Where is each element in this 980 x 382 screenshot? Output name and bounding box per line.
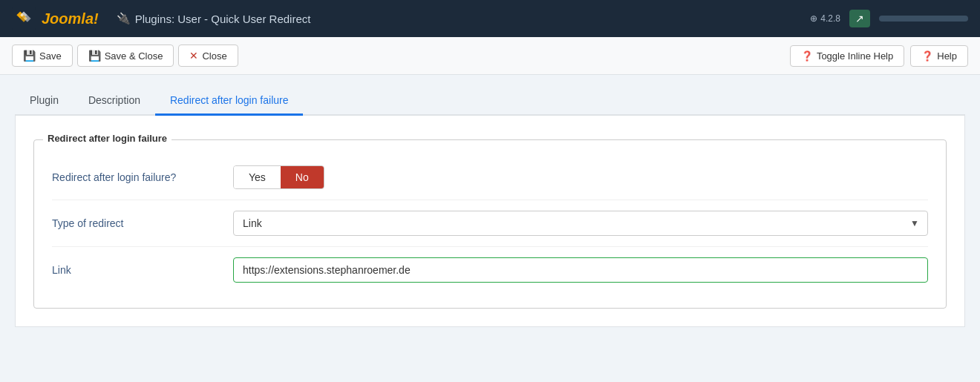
navbar-right: ⊕ 4.2.8 ↗	[810, 10, 968, 27]
navbar: Joomla! 🔌 Plugins: User - Quick User Red…	[0, 0, 980, 37]
toggle-inline-help-button[interactable]: ❓ Toggle Inline Help	[790, 45, 904, 67]
save-icon: 💾	[23, 50, 36, 62]
fieldset-redirect: Redirect after login failure Redirect af…	[33, 139, 947, 309]
brand: Joomla!	[12, 7, 99, 30]
form-row-redirect-toggle: Redirect after login failure? Yes No	[52, 155, 928, 200]
toggle-inline-help-label: Toggle Inline Help	[817, 50, 893, 62]
save-button[interactable]: 💾 Save	[12, 45, 73, 67]
close-button[interactable]: ✕ Close	[178, 45, 238, 67]
content-area: Plugin Description Redirect after login …	[0, 75, 980, 339]
save-close-button[interactable]: 💾 Save & Close	[77, 45, 174, 67]
link-input[interactable]	[233, 257, 928, 283]
save-close-label: Save & Close	[105, 50, 163, 62]
type-of-redirect-label: Type of redirect	[52, 217, 215, 229]
progress-bar	[879, 16, 968, 22]
redirect-toggle-label: Redirect after login failure?	[52, 171, 215, 183]
toggle-yes-button[interactable]: Yes	[234, 166, 281, 188]
tabs: Plugin Description Redirect after login …	[15, 87, 965, 116]
link-label: Link	[52, 264, 215, 276]
link-control	[233, 257, 928, 283]
fieldset-legend: Redirect after login failure	[43, 133, 172, 144]
type-of-redirect-select[interactable]: Link Menu Item Home	[233, 211, 928, 236]
brand-name: Joomla!	[42, 10, 99, 27]
help-label: Help	[937, 50, 957, 62]
redirect-toggle-control: Yes No	[233, 165, 928, 189]
type-of-redirect-control: Link Menu Item Home ▼	[233, 211, 928, 236]
tab-description[interactable]: Description	[74, 87, 155, 116]
joomla-logo-icon	[12, 7, 36, 30]
toolbar: 💾 Save 💾 Save & Close ✕ Close ❓ Toggle I…	[0, 37, 980, 75]
save-label: Save	[39, 50, 62, 62]
external-link-button[interactable]: ↗	[849, 10, 870, 27]
form-row-type-of-redirect: Type of redirect Link Menu Item Home ▼	[52, 200, 928, 247]
help-circle-icon: ❓	[801, 50, 813, 62]
toggle-no-button[interactable]: No	[281, 166, 324, 188]
version-badge: ⊕ 4.2.8	[810, 13, 840, 24]
form-row-link: Link	[52, 247, 928, 293]
tab-redirect-after-login-failure[interactable]: Redirect after login failure	[155, 87, 304, 116]
version-icon: ⊕	[810, 13, 817, 24]
question-icon: ❓	[921, 50, 933, 62]
save-close-icon: 💾	[88, 50, 101, 62]
redirect-toggle-group: Yes No	[233, 165, 324, 189]
plugin-icon: 🔌	[117, 12, 131, 25]
close-label: Close	[202, 50, 226, 62]
type-of-redirect-wrapper: Link Menu Item Home ▼	[233, 211, 928, 236]
page-title-area: 🔌 Plugins: User - Quick User Redirect	[117, 12, 311, 25]
toolbar-right: ❓ Toggle Inline Help ❓ Help	[790, 45, 968, 67]
close-icon: ✕	[189, 50, 198, 62]
page-title: Plugins: User - Quick User Redirect	[135, 13, 311, 25]
tab-panel: Redirect after login failure Redirect af…	[15, 116, 965, 327]
help-button[interactable]: ❓ Help	[910, 45, 968, 67]
tab-plugin[interactable]: Plugin	[15, 87, 74, 116]
version-number: 4.2.8	[820, 13, 840, 24]
